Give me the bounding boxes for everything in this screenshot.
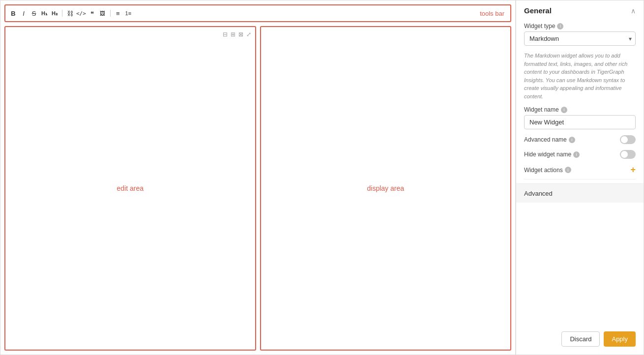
heading-icon[interactable]: H₁ — [40, 11, 48, 16]
bottom-actions: Discard Apply — [561, 331, 636, 347]
widget-name-row: Widget name i — [524, 106, 636, 129]
list-ordered-icon[interactable]: 1≡ — [124, 11, 132, 16]
form-section: Widget type i Markdown Text Chart Table … — [524, 23, 636, 175]
advanced-name-row: Advanced name i — [524, 135, 636, 144]
discard-button[interactable]: Discard — [561, 331, 600, 347]
editor-top-right: ⊟ ⊞ ⊠ ⤢ — [223, 31, 251, 38]
image-icon[interactable]: 🖼 — [99, 11, 107, 16]
link-icon[interactable]: ⛓ — [66, 10, 74, 17]
fullscreen-icon[interactable]: ⤢ — [246, 31, 251, 38]
list-unordered-icon[interactable]: ≡ — [114, 10, 122, 17]
widget-actions-add-icon[interactable]: + — [630, 165, 636, 175]
hide-widget-name-info-icon[interactable]: i — [573, 151, 580, 158]
view-split-icon[interactable]: ⊟ — [223, 31, 228, 38]
toolbar-label: tools bar — [478, 10, 506, 17]
display-area-label: display area — [367, 184, 405, 192]
page-wrapper: B I S H₁ H₂ ⛓ </> ❝ 🖼 ≡ 1≡ tools bar — [0, 0, 644, 355]
toolbar-sep-1 — [62, 10, 62, 17]
description-row: The Markdown widget allows you to add fo… — [524, 52, 636, 100]
widget-actions-label: Widget actions i — [524, 167, 571, 174]
advanced-name-info-icon[interactable]: i — [569, 137, 575, 143]
toolbar-icons: B I S H₁ H₂ ⛓ </> ❝ 🖼 ≡ 1≡ — [9, 10, 132, 17]
advanced-section: Advanced — [516, 183, 644, 203]
quote-icon[interactable]: ❝ — [88, 10, 96, 17]
advanced-label: Advanced — [524, 190, 553, 197]
view-preview-icon[interactable]: ⊠ — [238, 31, 243, 38]
apply-button[interactable]: Apply — [604, 331, 636, 347]
widget-name-input[interactable] — [524, 115, 636, 129]
widget-type-select-wrapper: Markdown Text Chart Table ▾ — [524, 31, 636, 46]
right-panel: General ∧ Widget type i Markdown Text C — [516, 0, 644, 355]
code-icon[interactable]: </> — [76, 11, 86, 16]
widget-actions-row: Widget actions i + — [524, 165, 636, 175]
advanced-name-label: Advanced name i — [524, 136, 575, 143]
toolbar-sep-2 — [110, 10, 111, 17]
widget-actions-info-icon[interactable]: i — [565, 167, 571, 173]
editor-section: B I S H₁ H₂ ⛓ </> ❝ 🖼 ≡ 1≡ tools bar — [0, 0, 516, 355]
view-edit-icon[interactable]: ⊞ — [231, 31, 235, 38]
bold-icon[interactable]: B — [9, 10, 17, 17]
toolbar: B I S H₁ H₂ ⛓ </> ❝ 🖼 ≡ 1≡ tools bar — [4, 4, 511, 22]
hide-widget-name-toggle[interactable] — [620, 150, 636, 159]
section-divider — [524, 179, 636, 179]
panel-title: General — [524, 6, 552, 15]
widget-type-select[interactable]: Markdown Text Chart Table — [524, 31, 636, 46]
italic-icon[interactable]: I — [20, 10, 28, 17]
content-wrapper: B I S H₁ H₂ ⛓ </> ❝ 🖼 ≡ 1≡ tools bar — [0, 0, 644, 355]
widget-name-info-icon[interactable]: i — [561, 107, 567, 113]
widget-description: The Markdown widget allows you to add fo… — [524, 52, 636, 100]
widget-name-label: Widget name i — [524, 106, 636, 113]
widget-type-label: Widget type i — [524, 23, 636, 30]
widget-type-info-icon[interactable]: i — [557, 23, 563, 30]
advanced-name-toggle[interactable] — [620, 135, 636, 144]
strikethrough-icon[interactable]: S — [30, 10, 38, 17]
heading2-icon[interactable]: H₂ — [51, 11, 59, 16]
panel-header: General ∧ — [524, 6, 636, 15]
widget-type-row: Widget type i Markdown Text Chart Table … — [524, 23, 636, 46]
hide-widget-name-label: Hide widget name i — [524, 151, 580, 158]
panels-row: ⊟ ⊞ ⊠ ⤢ edit area display area — [4, 26, 511, 351]
collapse-icon[interactable]: ∧ — [631, 7, 636, 15]
edit-panel[interactable]: ⊟ ⊞ ⊠ ⤢ edit area — [4, 26, 256, 351]
hide-widget-name-row: Hide widget name i — [524, 150, 636, 159]
display-panel[interactable]: display area — [260, 26, 512, 351]
edit-area-label: edit area — [117, 184, 144, 192]
